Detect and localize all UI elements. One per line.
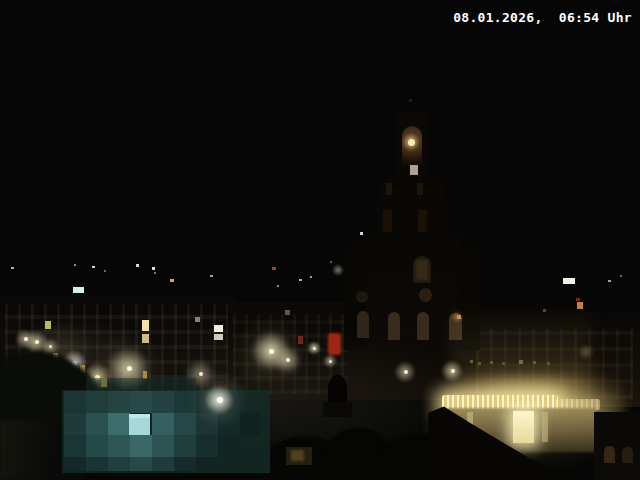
timestamp-overlay: 08.01.2026, 06:54 Uhr [453, 10, 632, 25]
streetlight [217, 397, 223, 403]
webcam-night-photo: 08.01.2026, 06:54 Uhr [0, 0, 640, 480]
foreground-streetlight-layer [0, 0, 640, 480]
